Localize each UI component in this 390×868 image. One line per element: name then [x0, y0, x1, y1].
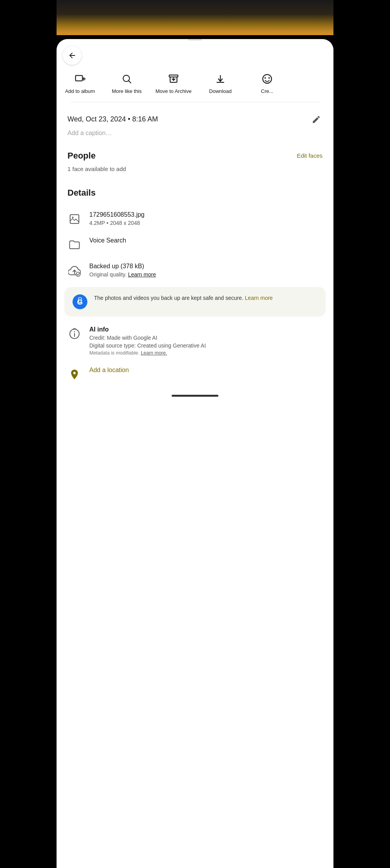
action-move-to-archive[interactable]: Move to Archive: [150, 69, 197, 98]
move-to-archive-label: Move to Archive: [156, 88, 192, 95]
ai-title: AI info: [89, 326, 206, 333]
people-section-header: People Edit faces: [57, 146, 333, 164]
ai-credit: Credit: Made with Google AI: [89, 335, 206, 341]
edit-date-button[interactable]: [310, 113, 323, 126]
edit-faces-link[interactable]: Edit faces: [297, 152, 323, 159]
image-file-icon: [67, 212, 82, 226]
add-album-icon: [73, 72, 87, 86]
back-button[interactable]: [63, 46, 82, 65]
folder-name: Voice Search: [89, 237, 126, 244]
backup-quality: Original quality. Learn more: [89, 271, 156, 278]
detail-backup-row: Backed up (378 kB) Original quality. Lea…: [57, 257, 333, 283]
security-learn-more-link[interactable]: Learn more: [245, 295, 273, 301]
backup-learn-more-link[interactable]: Learn more: [128, 271, 156, 278]
detail-file-row: 1729651608553.jpg 4.2MP • 2048 x 2048: [57, 206, 333, 232]
security-text: The photos and videos you back up are ke…: [94, 294, 273, 302]
download-icon: [213, 72, 227, 86]
location-icon: [67, 367, 82, 381]
file-info: 1729651608553.jpg 4.2MP • 2048 x 2048: [89, 211, 144, 226]
svg-point-9: [263, 75, 272, 84]
photo-date: Wed, Oct 23, 2024 • 8:16 AM: [67, 115, 158, 123]
svg-point-11: [268, 77, 270, 79]
back-button-row: [57, 41, 333, 65]
action-add-to-album[interactable]: Add to album: [57, 69, 103, 98]
svg-rect-5: [169, 75, 178, 77]
more-like-this-label: More like this: [112, 88, 142, 95]
search-icon: [120, 72, 134, 86]
svg-point-19: [74, 331, 75, 332]
add-location-link[interactable]: Add a location: [89, 367, 129, 374]
create-icon: [260, 72, 274, 86]
edit-pencil-icon: [312, 115, 321, 124]
people-title: People: [67, 151, 96, 161]
svg-text:G: G: [77, 298, 83, 306]
svg-rect-0: [76, 75, 83, 81]
detail-location-row[interactable]: Add a location: [57, 361, 333, 387]
action-more-like-this[interactable]: More like this: [103, 69, 150, 98]
file-meta: 4.2MP • 2048 x 2048: [89, 220, 144, 226]
ai-info-icon: [67, 327, 82, 341]
location-info: Add a location: [89, 367, 129, 374]
archive-icon: [167, 72, 181, 86]
ai-meta: Metadata is modifiable. Learn more.: [89, 350, 206, 356]
svg-line-4: [129, 81, 131, 83]
ai-info: AI info Credit: Made with Google AI Digi…: [89, 326, 206, 356]
details-title: Details: [57, 182, 333, 206]
backup-status: Backed up (378 kB): [89, 263, 156, 270]
detail-ai-row: AI info Credit: Made with Google AI Digi…: [57, 321, 333, 361]
date-row: Wed, Oct 23, 2024 • 8:16 AM: [57, 102, 333, 128]
download-label: Download: [209, 88, 232, 95]
folder-info: Voice Search: [89, 237, 126, 244]
cloud-backup-icon: [67, 264, 82, 278]
people-subtitle: 1 face available to add: [57, 164, 333, 182]
security-banner: G The photos and videos you back up are …: [64, 287, 326, 317]
add-to-album-label: Add to album: [65, 88, 95, 95]
svg-point-10: [264, 77, 266, 79]
action-create[interactable]: Cre...: [244, 69, 291, 98]
google-security-icon: G: [72, 294, 88, 310]
action-bar: Add to album More like this: [57, 65, 333, 102]
folder-icon: [67, 238, 82, 252]
svg-point-13: [72, 217, 74, 218]
ai-source: Digital source type: Created using Gener…: [89, 342, 206, 349]
phone-wrapper: Add to album More like this: [57, 0, 333, 868]
filename: 1729651608553.jpg: [89, 211, 144, 218]
bottom-sheet: Add to album More like this: [57, 39, 333, 868]
caption-field[interactable]: Add a caption…: [57, 128, 333, 146]
home-indicator: [172, 395, 218, 397]
svg-rect-12: [70, 215, 79, 224]
bottom-nav: [57, 387, 333, 401]
photo-area: [57, 0, 333, 35]
action-download[interactable]: Download: [197, 69, 244, 98]
back-arrow-icon: [68, 51, 76, 60]
detail-folder-row: Voice Search: [57, 232, 333, 257]
backup-info: Backed up (378 kB) Original quality. Lea…: [89, 263, 156, 278]
create-label: Cre...: [261, 88, 273, 95]
ai-learn-more-link[interactable]: Learn more.: [141, 350, 167, 356]
